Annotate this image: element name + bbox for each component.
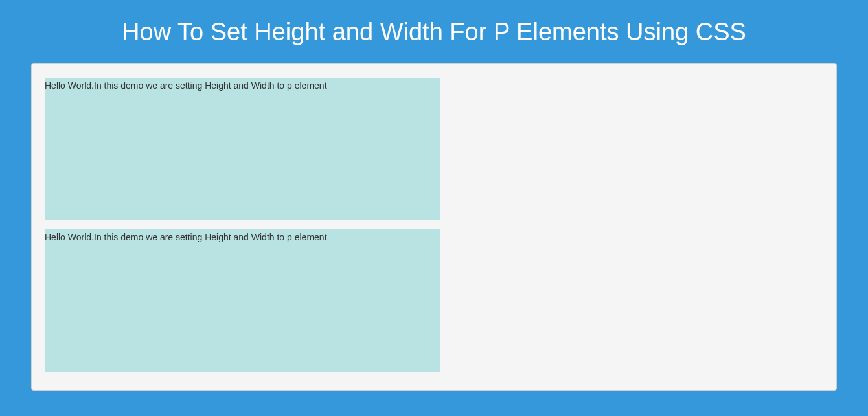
content-panel: Hello World.In this demo we are setting … — [31, 63, 837, 391]
demo-paragraph-2: Hello World.In this demo we are setting … — [45, 229, 440, 372]
demo-paragraph-1: Hello World.In this demo we are setting … — [45, 78, 440, 220]
page-title: How To Set Height and Width For P Elemen… — [0, 0, 868, 63]
